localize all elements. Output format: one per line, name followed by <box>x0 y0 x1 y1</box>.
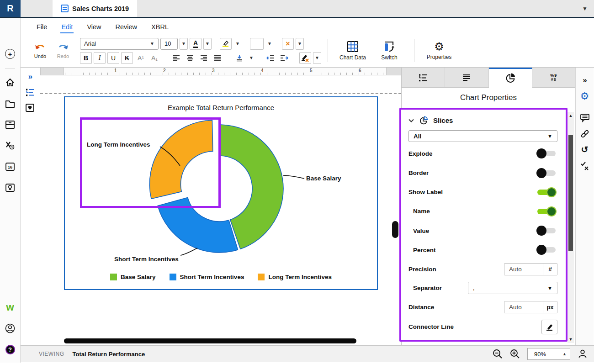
redo-button[interactable]: Redo <box>53 43 74 59</box>
archive-button[interactable] <box>0 114 21 135</box>
slices-section-header[interactable]: Slices <box>408 113 557 127</box>
expand-panel-button[interactable]: » <box>28 72 32 81</box>
tab-chart[interactable] <box>489 68 532 88</box>
outdent-button[interactable] <box>265 52 276 64</box>
font-color-button[interactable]: A <box>190 38 202 50</box>
toggle-row-value: Value <box>408 221 557 240</box>
clear-format-button[interactable]: × <box>282 38 294 50</box>
clear-format-dropdown[interactable]: ▼ <box>296 38 304 50</box>
menu-file[interactable]: File <box>36 21 48 33</box>
connector-line-style-button[interactable] <box>541 320 557 334</box>
tab-outline[interactable] <box>402 68 445 87</box>
scrollbar-thumb[interactable] <box>568 135 573 251</box>
value-toggle[interactable] <box>537 226 556 236</box>
left-rail: + 16 w ? <box>0 18 21 363</box>
legend-swatch-blue <box>170 274 176 280</box>
history-button[interactable]: ↺ <box>581 142 589 158</box>
properties-gear-button[interactable]: ⚙ <box>580 88 589 104</box>
ruler-number: 1 <box>114 68 117 73</box>
separator-select[interactable]: , ▼ <box>468 282 557 294</box>
folder-icon <box>5 99 15 108</box>
selection-rectangle[interactable] <box>80 117 221 208</box>
vertical-align-button[interactable] <box>233 52 245 64</box>
align-justify-button[interactable] <box>212 52 223 64</box>
align-center-button[interactable] <box>184 52 196 64</box>
bold-button[interactable]: B <box>80 52 92 64</box>
panel-drag-handle[interactable] <box>392 221 398 238</box>
explode-toggle[interactable] <box>537 148 556 158</box>
border-toggle[interactable] <box>537 168 556 178</box>
font-size-dropdown[interactable]: ▼ <box>180 38 188 50</box>
menu-edit[interactable]: Edit <box>60 21 74 33</box>
slice-scope-select[interactable]: All ▼ <box>408 130 557 142</box>
presence-user-icon[interactable] <box>578 349 588 359</box>
tasks-check-button[interactable] <box>580 158 589 174</box>
black-divider-shape[interactable] <box>64 338 356 343</box>
comments-button[interactable] <box>580 110 590 126</box>
properties-button[interactable]: ⚙ Properties <box>421 41 457 60</box>
italic-button[interactable]: I <box>94 52 106 64</box>
pending-tasks-button[interactable] <box>0 135 21 156</box>
account-button[interactable] <box>0 318 21 339</box>
gear-icon: ⚙ <box>434 41 444 52</box>
font-family-select[interactable]: Arial▼ <box>80 38 159 50</box>
precision-input[interactable]: Auto <box>504 264 543 275</box>
calendar-button[interactable]: 16 <box>0 156 21 177</box>
format-painter-dropdown[interactable]: ▼ <box>313 52 321 64</box>
menu-view[interactable]: View <box>86 21 102 33</box>
document-canvas[interactable]: Example Total Return Performance Long Te… <box>40 75 401 345</box>
align-left-button[interactable] <box>170 52 182 64</box>
percent-toggle[interactable] <box>537 245 556 255</box>
chevron-down-icon: ▼ <box>146 41 154 46</box>
vertical-align-dropdown[interactable]: ▼ <box>247 52 255 64</box>
name-toggle[interactable] <box>537 206 556 216</box>
menu-xbrl[interactable]: XBRL <box>150 21 170 33</box>
tab-number-format[interactable]: %9#$ <box>532 68 575 87</box>
account-icon <box>5 323 15 333</box>
align-right-button[interactable] <box>198 52 210 64</box>
scroll-down-arrow[interactable]: ▼ <box>569 336 573 343</box>
chart-data-button[interactable]: Chart Data <box>334 41 371 61</box>
highlight-button[interactable] <box>220 38 232 50</box>
highlighter-icon <box>222 40 230 47</box>
strikethrough-button[interactable]: K <box>121 52 133 64</box>
window-menu-chevron-icon[interactable]: ▼ <box>582 5 588 12</box>
menu-review[interactable]: Review <box>115 21 138 33</box>
show-label-toggle[interactable] <box>537 187 556 197</box>
insights-button[interactable] <box>0 177 21 198</box>
home-icon <box>5 78 15 88</box>
underline-button[interactable]: U <box>107 52 119 64</box>
collapse-panel-button[interactable]: » <box>583 72 586 88</box>
zoom-level-input[interactable]: 90% ▲ <box>527 348 570 360</box>
zoom-spinner-up[interactable]: ▲ <box>559 348 570 359</box>
style-preview-button[interactable] <box>250 38 264 50</box>
zoom-in-icon[interactable] <box>510 349 520 359</box>
scroll-up-arrow[interactable]: ▲ <box>569 112 573 119</box>
tab-text[interactable] <box>445 68 488 87</box>
app-logo[interactable]: R <box>0 0 21 17</box>
highlight-dropdown[interactable]: ▼ <box>233 38 242 50</box>
help-button[interactable]: ? <box>0 339 21 360</box>
bookmark-heart-icon[interactable] <box>25 103 35 112</box>
files-button[interactable] <box>0 93 21 114</box>
zoom-out-icon[interactable] <box>493 349 503 359</box>
distance-input[interactable]: Auto <box>504 301 543 313</box>
style-dropdown[interactable]: ▼ <box>265 38 274 50</box>
subscript-button[interactable]: A₁ <box>148 52 160 64</box>
superscript-button[interactable]: A¹ <box>135 52 147 64</box>
top-window-bar: R Sales Charts 2019 ▼ <box>0 0 594 18</box>
baseline-arrow-icon <box>236 54 243 62</box>
slices-section: Slices All ▼ Explode Border <box>399 108 567 342</box>
font-size-value[interactable]: 10 <box>160 38 178 50</box>
indent-button[interactable] <box>278 52 290 64</box>
links-button[interactable] <box>580 126 590 142</box>
undo-button[interactable]: Undo <box>30 43 51 59</box>
font-color-dropdown[interactable]: ▼ <box>203 38 212 50</box>
outline-tree-icon[interactable] <box>25 88 35 97</box>
create-button[interactable]: + <box>0 43 21 64</box>
home-button[interactable] <box>0 72 21 93</box>
document-tab[interactable]: Sales Charts 2019 <box>53 0 137 17</box>
switch-button[interactable]: Switch <box>371 41 408 61</box>
format-painter-clear-button[interactable] <box>299 52 311 64</box>
panel-scrollbar[interactable]: ▲ ▼ <box>567 112 574 343</box>
